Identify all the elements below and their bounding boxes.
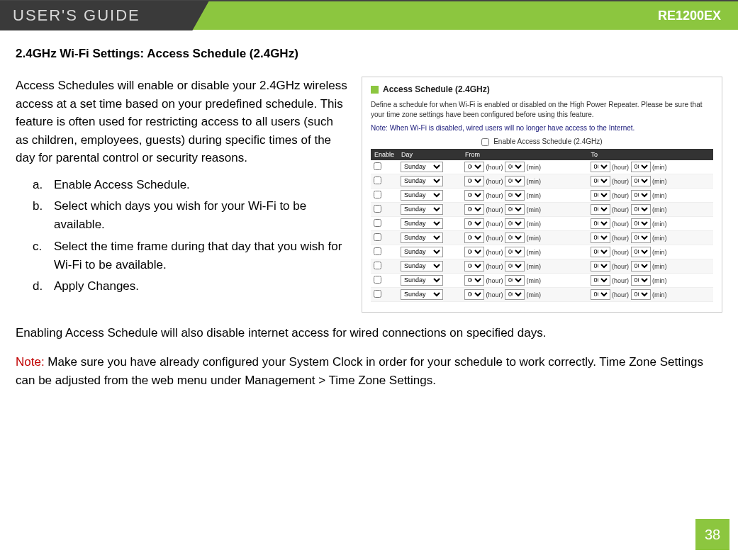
hour-unit: (hour) [610,234,631,241]
min-select[interactable]: 00 [505,275,525,286]
row-enable-checkbox[interactable] [374,205,381,213]
hour-select[interactable]: 00 [464,190,484,201]
min-select[interactable]: 00 [505,162,525,172]
hour-unit: (hour) [610,163,631,170]
min-unit: (min) [525,220,541,227]
min-unit: (min) [651,191,667,198]
min-select[interactable]: 00 [505,176,525,186]
page-header: USER'S GUIDE RE1200EX [0,0,738,30]
hour-select[interactable]: 00 [591,275,610,286]
day-select[interactable]: Sunday [401,247,443,257]
min-select[interactable]: 00 [505,261,525,271]
day-select[interactable]: Sunday [401,204,443,215]
min-unit: (min) [651,234,667,241]
min-select[interactable]: 00 [505,190,525,201]
min-select[interactable]: 00 [631,289,651,300]
min-unit: (min) [651,177,667,184]
day-select[interactable]: Sunday [401,233,443,243]
hour-unit: (hour) [610,248,631,255]
row-enable-checkbox[interactable] [374,247,381,255]
hour-select[interactable]: 00 [464,218,484,229]
hour-unit: (hour) [484,220,505,227]
th-from: From [462,149,587,160]
table-row: Sunday00 (hour) 00 (min)00 (hour) 00 (mi… [371,259,713,273]
row-enable-checkbox[interactable] [374,262,381,269]
step-text: Enable Access Schedule. [54,176,349,194]
hour-select[interactable]: 00 [464,247,484,257]
hour-select[interactable]: 00 [464,261,484,271]
hour-unit: (hour) [610,262,631,269]
min-select[interactable]: 00 [631,261,651,271]
panel-description: Define a schedule for when Wi-Fi is enab… [371,100,713,120]
table-row: Sunday00 (hour) 00 (min)00 (hour) 00 (mi… [371,230,713,245]
day-select[interactable]: Sunday [401,289,443,300]
row-enable-checkbox[interactable] [374,233,381,241]
hour-select[interactable]: 00 [464,289,484,300]
table-row: Sunday00 (hour) 00 (min)00 (hour) 00 (mi… [371,216,713,230]
step-text: Select which days you wish for your Wi-F… [54,197,349,235]
hour-select[interactable]: 00 [591,289,610,300]
day-select[interactable]: Sunday [401,218,443,229]
table-row: Sunday00 (hour) 00 (min)00 (hour) 00 (mi… [371,245,713,259]
hour-select[interactable]: 00 [591,261,610,271]
note-body: Make sure you have already configured yo… [16,355,703,387]
day-select[interactable]: Sunday [401,261,443,271]
hour-select[interactable]: 00 [464,176,484,186]
hour-unit: (hour) [610,177,631,184]
min-select[interactable]: 00 [631,275,651,286]
min-unit: (min) [651,262,667,269]
min-select[interactable]: 00 [631,204,651,215]
hour-select[interactable]: 00 [591,218,610,229]
hour-select[interactable]: 00 [464,275,484,286]
hour-select[interactable]: 00 [591,204,610,215]
row-enable-checkbox[interactable] [374,219,381,227]
step-item: a.Enable Access Schedule. [33,176,349,194]
hour-select[interactable]: 00 [591,162,610,172]
hour-unit: (hour) [610,206,631,213]
row-enable-checkbox[interactable] [374,290,381,298]
step-text: Apply Changes. [54,277,349,296]
min-select[interactable]: 00 [505,289,525,300]
min-unit: (min) [651,163,667,170]
hour-unit: (hour) [484,291,505,298]
note-label: Note: [16,355,45,369]
min-select[interactable]: 00 [505,204,525,215]
hour-select[interactable]: 00 [591,176,610,186]
hour-select[interactable]: 00 [464,204,484,215]
min-select[interactable]: 00 [505,247,525,257]
min-select[interactable]: 00 [631,218,651,229]
th-enable: Enable [371,149,398,160]
step-letter: b. [33,197,54,235]
row-enable-checkbox[interactable] [374,177,381,184]
min-select[interactable]: 00 [505,218,525,229]
enable-schedule-checkbox[interactable] [481,138,489,146]
row-enable-checkbox[interactable] [374,162,381,170]
hour-select[interactable]: 00 [591,233,610,243]
min-select[interactable]: 00 [631,190,651,201]
hour-select[interactable]: 00 [464,162,484,172]
hour-select[interactable]: 00 [464,233,484,243]
two-column-layout: Access Schedules will enable or disable … [16,77,722,313]
day-select[interactable]: Sunday [401,176,443,186]
min-unit: (min) [651,276,667,284]
day-select[interactable]: Sunday [401,190,443,201]
min-select[interactable]: 00 [631,176,651,186]
min-select[interactable]: 00 [631,247,651,257]
hour-unit: (hour) [484,234,505,241]
step-letter: d. [33,277,54,296]
page-number-badge: 38 [695,519,729,550]
enable-schedule-label: Enable Access Schedule (2.4GHz) [493,138,602,145]
hour-select[interactable]: 00 [591,190,610,201]
hour-select[interactable]: 00 [591,247,610,257]
min-unit: (min) [525,177,541,184]
min-unit: (min) [651,220,667,227]
day-select[interactable]: Sunday [401,275,443,286]
day-select[interactable]: Sunday [401,162,443,172]
min-unit: (min) [651,206,667,213]
min-select[interactable]: 00 [631,162,651,172]
min-select[interactable]: 00 [505,233,525,243]
panel-note: Note: When Wi-Fi is disabled, wired user… [371,124,713,132]
min-select[interactable]: 00 [631,233,651,243]
row-enable-checkbox[interactable] [374,191,381,198]
row-enable-checkbox[interactable] [374,276,381,284]
